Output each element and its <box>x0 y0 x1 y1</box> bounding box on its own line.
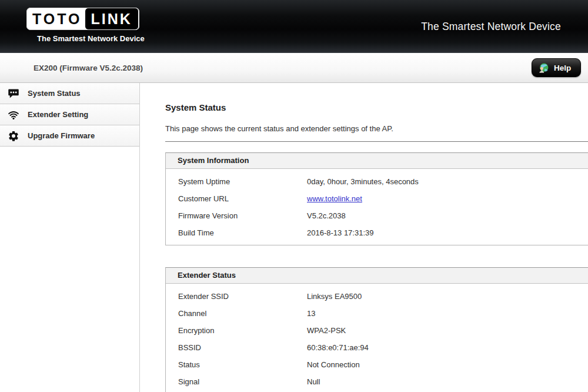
top-banner: TOTO LINK The Smartest Network Device Th… <box>0 0 588 53</box>
main-content: System Status This page shows the curren… <box>140 83 588 392</box>
row-value: WPA2-PSK <box>307 326 588 335</box>
customer-url-link[interactable]: www.totolink.net <box>307 194 362 203</box>
row-label: Extender SSID <box>166 292 307 301</box>
totolink-logo-box: TOTO LINK <box>26 8 139 30</box>
device-firmware-label: EX200 (Firmware V5.2c.2038) <box>34 64 143 72</box>
page-body: System Status Extender Setting Upgrade F… <box>0 83 588 392</box>
sidebar-item-system-status[interactable]: System Status <box>0 83 139 104</box>
table-row: Customer URL www.totolink.net <box>166 190 588 207</box>
sidebar-nav: System Status Extender Setting Upgrade F… <box>0 83 140 392</box>
row-value: 13 <box>307 309 588 318</box>
panel-title: System Information <box>166 153 588 169</box>
help-button[interactable]: Help <box>532 58 581 77</box>
row-value: Not Connection <box>307 360 588 369</box>
row-value: www.totolink.net <box>307 194 588 203</box>
table-row: Firmware Version V5.2c.2038 <box>166 207 588 224</box>
row-label: Channel <box>166 309 307 318</box>
page-title: System Status <box>165 102 588 112</box>
table-row: Build Time 2016-8-13 17:31:39 <box>166 224 588 241</box>
row-label: BSSID <box>166 343 307 352</box>
logo-text-link: LINK <box>86 9 137 28</box>
sidebar-item-upgrade-firmware[interactable]: Upgrade Firmware <box>0 125 139 147</box>
help-button-label: Help <box>554 64 571 72</box>
panel-title: Extender Status <box>166 268 588 284</box>
row-label: Customer URL <box>166 194 307 203</box>
system-information-panel: System Information System Uptime 0day, 0… <box>165 152 588 245</box>
help-support-icon <box>538 62 549 74</box>
page-description: This page shows the current status and e… <box>165 124 588 133</box>
extender-status-panel: Extender Status Extender SSID Linksys EA… <box>165 267 588 392</box>
table-row: Signal Null <box>166 373 588 390</box>
row-label: Encryption <box>166 326 307 335</box>
row-value: Linksys EA9500 <box>307 292 588 301</box>
sidebar-item-label: Extender Setting <box>28 110 88 119</box>
banner-right-tagline: The Smartest Network Device <box>421 21 561 33</box>
row-label: System Uptime <box>166 177 307 186</box>
table-row: BSSID 60:38:e0:71:ae:94 <box>166 339 588 356</box>
row-label: Status <box>166 360 307 369</box>
wifi-icon <box>8 109 19 121</box>
logo-tagline: The Smartest Network Device <box>37 34 145 43</box>
sidebar-item-extender-setting[interactable]: Extender Setting <box>0 104 139 125</box>
sidebar-item-label: Upgrade Firmware <box>28 131 95 140</box>
row-label: Build Time <box>166 228 307 237</box>
table-row: Extender SSID Linksys EA9500 <box>166 288 588 305</box>
subheader-bar: EX200 (Firmware V5.2c.2038) Help <box>0 53 588 83</box>
sidebar-item-label: System Status <box>28 89 81 98</box>
row-label: Signal <box>166 377 307 386</box>
chat-icon <box>8 88 19 99</box>
table-row: Status Not Connection <box>166 356 588 373</box>
row-value: V5.2c.2038 <box>307 211 588 220</box>
totolink-logo: TOTO LINK The Smartest Network Device <box>26 8 145 43</box>
row-value: 60:38:e0:71:ae:94 <box>307 343 588 352</box>
table-row: System Uptime 0day, 0hour, 3minutes, 4se… <box>166 173 588 190</box>
row-value: 0day, 0hour, 3minutes, 4seconds <box>307 177 588 186</box>
table-row: Channel 13 <box>166 305 588 322</box>
logo-text-toto: TOTO <box>29 9 86 28</box>
table-row: Encryption WPA2-PSK <box>166 322 588 339</box>
row-value: 2016-8-13 17:31:39 <box>307 228 588 237</box>
section-divider <box>165 141 588 142</box>
row-value: Null <box>307 377 588 386</box>
gear-icon <box>8 130 19 142</box>
row-label: Firmware Version <box>166 211 307 220</box>
